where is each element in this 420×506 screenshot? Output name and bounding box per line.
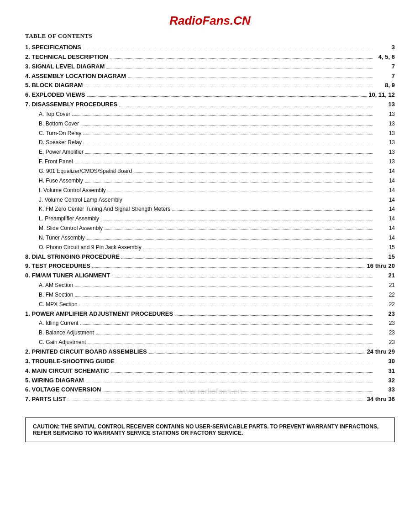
toc-item-label: L. Preamplifier Assembly <box>39 214 99 223</box>
toc-item-page: 30 <box>374 357 395 366</box>
toc-item-label: 4. ASSEMBLY LOCATION DIAGRAM <box>25 72 126 81</box>
toc-item-page: 21 <box>374 271 395 280</box>
toc-item-page: 22 <box>374 301 395 308</box>
toc-item-num: 6. <box>25 91 31 98</box>
toc-dots <box>86 382 373 382</box>
toc-item-page: 23 <box>374 329 395 337</box>
toc-item: 5. BLOCK DIAGRAM8, 9 <box>25 81 395 90</box>
toc-dots <box>116 363 373 363</box>
toc-item-label: 2. TECHNICAL DESCRIPTION <box>25 53 108 62</box>
toc-item-page: 14 <box>374 167 395 175</box>
toc-item-num: 1. <box>25 44 31 51</box>
toc-title: TABLE OF CONTENTS <box>25 32 395 40</box>
toc-item-label: 8. DIAL STRINGING PROCEDURE <box>25 253 120 261</box>
toc-item-title: Volume Control Assembly <box>43 187 106 193</box>
toc-item-page: 13 <box>374 139 395 146</box>
toc-item-title: EXPLODED VIEWS <box>31 91 85 98</box>
toc-item-num: 0. <box>25 272 31 279</box>
toc-item-label: 5. WIRING DIAGRAM <box>25 376 84 385</box>
toc-item-label: 2. PRINTED CIRCUIT BOARD ASSEMBLIES <box>25 348 147 356</box>
toc-item-page: 8, 9 <box>374 81 395 90</box>
toc-item-label: M. Slide Control Assembly <box>39 224 103 233</box>
toc-item-page: 23 <box>374 310 395 318</box>
toc-item-num: 8. <box>25 253 31 260</box>
toc-item-title: PRINTED CIRCUIT BOARD ASSEMBLIES <box>31 348 147 355</box>
toc-item-page: 14 <box>374 224 395 232</box>
toc-item: D. Speaker Relay13 <box>25 138 395 147</box>
toc-item: O. Phono Circuit and 9 Pin Jack Assembly… <box>25 243 395 252</box>
toc-item-page: 32 <box>374 376 395 385</box>
toc-item-title: DIAL STRINGING PROCEDURE <box>31 253 120 260</box>
toc-item-page: 7 <box>374 63 395 71</box>
toc-item-title: Bottom Cover <box>46 120 79 127</box>
toc-item-title: Preamplifier Assembly <box>45 215 99 222</box>
toc-item-num: E. <box>39 149 46 155</box>
toc-item-num: O. <box>39 244 46 250</box>
toc-item-title: MAIN CIRCUIT SCHEMATIC <box>31 367 109 374</box>
toc-item-page: 33 <box>374 386 395 394</box>
toc-item-title: WIRING DIAGRAM <box>31 377 84 384</box>
toc-item-num: F. <box>39 158 45 165</box>
toc-dots <box>75 163 373 163</box>
toc-item-title: Power Amplifier <box>46 149 84 155</box>
toc-item-label: J. Volume Control Lamp Assembly <box>39 196 122 204</box>
toc-item-page: 13 <box>374 110 395 118</box>
toc-item-label: O. Phono Circuit and 9 Pin Jack Assembly <box>39 243 142 252</box>
caution-text: CAUTION: THE SPATIAL CONTROL RECEIVER CO… <box>33 423 378 436</box>
toc-item: 7. PARTS LIST34 thru 36 <box>25 395 395 404</box>
toc-item: 1. SPECIFICATIONS3 <box>25 43 395 52</box>
page-header: RadioFans.CN <box>25 14 395 28</box>
toc-item-label: B. Bottom Cover <box>39 120 79 128</box>
toc-item-num: 2. <box>25 348 31 355</box>
toc-item-label: A. Idling Current <box>39 319 79 328</box>
toc-item: L. Preamplifier Assembly14 <box>25 214 395 223</box>
toc-item-title: Gain Adjustment <box>46 339 86 345</box>
toc-item-page: 10, 11, 12 <box>368 91 395 99</box>
toc-item-title: SIGNAL LEVEL DIAGRAM <box>31 63 105 70</box>
toc-item-num: 3. <box>25 63 31 70</box>
toc-item-page: 14 <box>374 205 395 213</box>
toc-item-page: 21 <box>374 282 395 289</box>
toc-item-num: G. <box>39 168 46 174</box>
toc-item-num: 7. <box>25 396 31 402</box>
toc-item-num: J. <box>39 197 45 203</box>
toc-item-label: B. Balance Adjustment <box>39 329 94 337</box>
toc-item: 4. ASSEMBLY LOCATION DIAGRAM7 <box>25 72 395 81</box>
toc-item-num: 7. <box>25 101 31 108</box>
toc-item: C. Gain Adjustment23 <box>25 338 395 347</box>
toc-item: B. Balance Adjustment23 <box>25 329 395 337</box>
toc-item-title: MPX Section <box>46 301 77 308</box>
toc-dots <box>68 401 365 401</box>
toc-item-label: G. 901 Equalizer/CMOS/Spatial Board <box>39 167 132 176</box>
toc-item: 9. TEST PROCEDURES16 thru 20 <box>25 262 395 271</box>
toc-item-label: C. Turn-On Relay <box>39 129 81 138</box>
toc-item-title: TROUBLE-SHOOTING GUIDE <box>31 358 114 365</box>
toc-item-title: Fuse Assembly <box>46 177 83 184</box>
toc-item-num: K. <box>39 206 46 212</box>
toc-item: 2. TECHNICAL DESCRIPTION4, 5, 6 <box>25 53 395 62</box>
toc-item-label: 6. VOLTAGE CONVERSION <box>25 386 101 394</box>
toc-item: 3. SIGNAL LEVEL DIAGRAM7 <box>25 63 395 71</box>
toc-item-label: C. MPX Section <box>39 300 78 309</box>
toc-item-label: 7. DISASSEMBLY PROCEDURES <box>25 100 117 109</box>
toc-item-title: POWER AMPLIFIER ADJUSTMENT PROCEDURES <box>31 310 173 317</box>
toc-dots <box>83 49 373 49</box>
toc-item: A. Top Cover13 <box>25 110 395 119</box>
toc-item-label: 0. FM/AM TUNER ALIGNMENT <box>25 271 110 280</box>
toc-item: A. AM Section21 <box>25 281 395 290</box>
toc-item-title: Front Panel <box>45 158 73 165</box>
toc-dots <box>103 391 373 391</box>
toc-item-title: SPECIFICATIONS <box>31 44 81 51</box>
toc-dots <box>92 267 365 268</box>
toc-item: C. MPX Section22 <box>25 300 395 309</box>
toc-item: H. Fuse Assembly14 <box>25 177 395 185</box>
toc-item: 3. TROUBLE-SHOOTING GUIDE30 <box>25 357 395 366</box>
toc-item-page: 14 <box>374 196 395 204</box>
toc-item-num: B. <box>39 120 46 127</box>
toc-item-title: BLOCK DIAGRAM <box>31 82 83 89</box>
toc-dots <box>105 230 373 230</box>
toc-item: 6. EXPLODED VIEWS10, 11, 12 <box>25 91 395 99</box>
toc-item-num: B. <box>39 329 46 336</box>
toc-item-title: Top Cover <box>45 111 70 117</box>
toc-item: B. Bottom Cover13 <box>25 120 395 128</box>
